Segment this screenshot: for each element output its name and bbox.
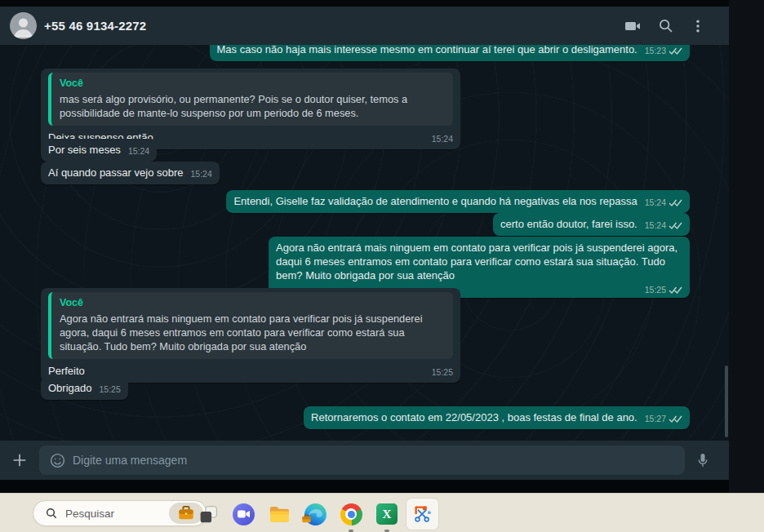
chrome-browser-icon[interactable] (339, 502, 363, 526)
message-text: Mas caso não haja mais interesse mesmo e… (217, 45, 637, 56)
read-receipt-icon (668, 221, 682, 230)
briefcase-icon (177, 505, 195, 521)
message-text: certo então doutor, farei isso. (500, 217, 637, 231)
message-bubble[interactable]: certo então doutor, farei isso. 15:24 (493, 213, 690, 236)
message-input[interactable] (73, 454, 675, 467)
quote-text: mas será algo provisório, ou permanente?… (60, 92, 445, 120)
zoom-app-icon[interactable] (231, 502, 255, 526)
message-time: 15:24 (191, 167, 212, 181)
menu-kebab-icon[interactable] (682, 10, 714, 42)
message-time: 15:23 (645, 45, 666, 58)
chat-header: +55 46 9134-2272 (0, 7, 729, 45)
excel-icon[interactable]: X (375, 502, 399, 526)
search-icon[interactable] (649, 10, 682, 42)
message-bubble[interactable]: Você Agora não entrará mais ninguem em c… (41, 288, 460, 383)
message-text: Entendi, Giselle faz validação de atendi… (233, 194, 637, 208)
message-input-pill[interactable] (39, 446, 685, 475)
message-time: 15:24 (645, 219, 666, 233)
message-list[interactable]: Mas caso não haja mais interesse mesmo e… (0, 45, 729, 441)
window-bottom-edge (0, 480, 729, 493)
quote-author: Você (60, 77, 445, 91)
read-receipt-icon (668, 415, 682, 423)
whatsapp-window: +55 46 9134-2272 Mas caso nã (0, 7, 729, 480)
message-bubble[interactable]: Por seis meses 15:24 (41, 139, 157, 162)
task-view-icon[interactable] (196, 502, 220, 526)
message-bubble[interactable]: Você mas será algo provisório, ou perman… (41, 69, 460, 149)
desktop-screen: +55 46 9134-2272 Mas caso nã (0, 0, 764, 532)
message-time: 15:27 (645, 412, 666, 426)
taskbar-search-input[interactable] (65, 508, 169, 520)
message-time: 15:25 (432, 366, 453, 379)
emoji-icon[interactable] (49, 452, 66, 469)
message-bubble[interactable]: Entendi, Giselle faz validação de atendi… (226, 190, 690, 213)
taskbar-search[interactable] (33, 500, 207, 526)
message-bubble[interactable]: Retornaremos o contato em 22/05/2023 , b… (304, 406, 690, 429)
message-text: Agora não entrará mais ninguem em contat… (276, 241, 682, 282)
quote-author: Você (60, 296, 445, 310)
desktop-background-strip (729, 0, 764, 493)
file-explorer-icon[interactable] (267, 502, 291, 526)
contact-avatar[interactable] (10, 12, 37, 39)
read-receipt-icon (668, 198, 682, 207)
message-text: Retornaremos o contato em 22/05/2023 , b… (311, 410, 637, 424)
search-icon (45, 507, 58, 520)
windows-taskbar: X (0, 493, 764, 532)
edge-browser-icon[interactable] (303, 502, 327, 526)
quoted-message[interactable]: Você mas será algo provisório, ou perman… (48, 73, 453, 126)
video-call-icon[interactable] (616, 10, 649, 42)
quote-text: Agora não entrará mais ninguem em contat… (60, 312, 445, 353)
message-composer (0, 441, 729, 480)
message-bubble[interactable]: Aí quando passar vejo sobre 15:24 (41, 162, 220, 184)
attach-plus-icon[interactable] (0, 441, 39, 480)
message-bubble[interactable]: Mas caso não haja mais interesse mesmo e… (210, 45, 690, 61)
microphone-icon[interactable] (685, 441, 721, 480)
read-receipt-icon (668, 286, 682, 295)
quoted-message[interactable]: Você Agora não entrará mais ninguem em c… (48, 292, 453, 359)
chat-title[interactable]: +55 46 9134-2272 (44, 19, 616, 33)
message-time: 15:25 (645, 285, 666, 295)
message-time: 15:24 (128, 144, 149, 158)
default-avatar-icon (10, 12, 37, 39)
message-text: Obrigado (48, 381, 91, 395)
message-text: Por seis meses (48, 143, 121, 157)
chat-scrollbar[interactable] (725, 366, 728, 437)
message-time: 15:24 (645, 196, 666, 210)
message-text: Aí quando passar vejo sobre (48, 166, 184, 180)
message-bubble[interactable]: Obrigado 15:25 (41, 377, 128, 400)
snipping-tool-icon[interactable] (406, 499, 438, 530)
work-briefcase-badge-icon (301, 514, 312, 524)
message-text: Perfeito (48, 364, 85, 378)
message-time: 15:25 (99, 383, 120, 397)
message-time: 15:24 (432, 132, 453, 146)
read-receipt-icon (668, 47, 682, 55)
